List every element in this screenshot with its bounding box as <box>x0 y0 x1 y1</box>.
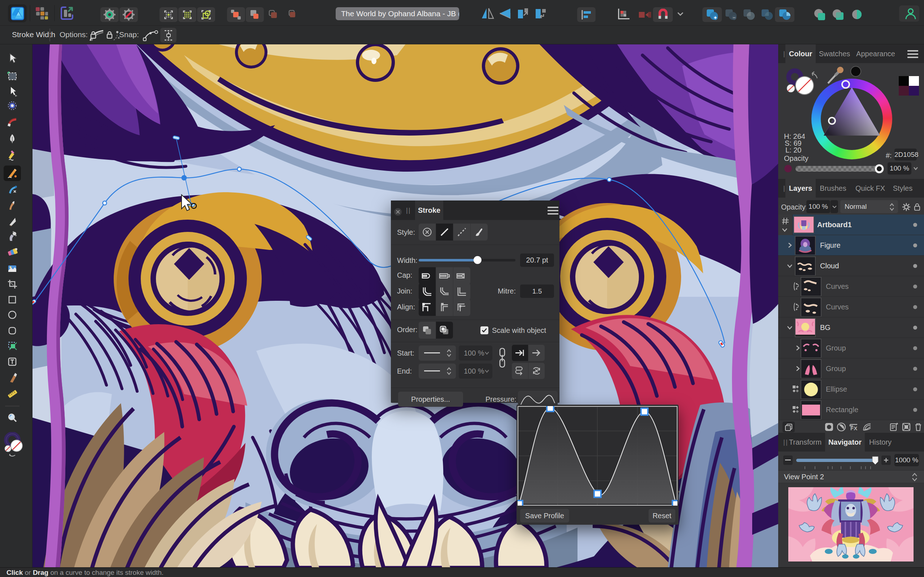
svg-text:FX: FX <box>850 425 857 431</box>
